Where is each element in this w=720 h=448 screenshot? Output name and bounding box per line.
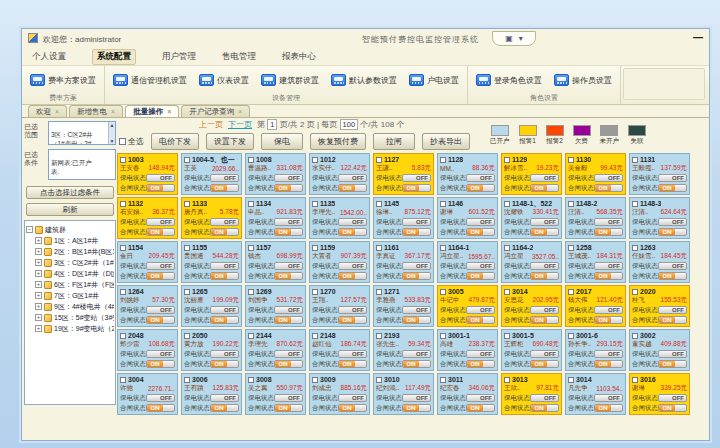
- baodian-off-switch[interactable]: OFF: [402, 350, 431, 358]
- style-switcher[interactable]: ▣ ▾: [492, 31, 536, 46]
- card-checkbox[interactable]: [248, 157, 254, 163]
- hezha-on-switch[interactable]: ON: [466, 316, 495, 324]
- tab-批量操作[interactable]: 批量操作×: [125, 105, 179, 117]
- tree-item[interactable]: +7区：G区1#井: [26, 290, 114, 301]
- card-checkbox[interactable]: [504, 289, 510, 295]
- meter-card[interactable]: 1135李理先..1542.00..保电状态OFF合闸状态ON: [309, 197, 370, 239]
- baodian-off-switch[interactable]: OFF: [658, 174, 687, 182]
- card-checkbox[interactable]: [376, 289, 382, 295]
- baodian-off-switch[interactable]: OFF: [146, 350, 175, 358]
- baodian-off-switch[interactable]: OFF: [146, 174, 175, 182]
- card-checkbox[interactable]: [440, 245, 446, 251]
- tree-item[interactable]: +1区：A区1#井: [26, 235, 114, 246]
- meter-card[interactable]: 3011纪宏春346.06元保电状态OFF合闸状态ON: [437, 373, 498, 415]
- hezha-on-switch[interactable]: ON: [274, 184, 303, 192]
- baodian-off-switch[interactable]: OFF: [274, 262, 303, 270]
- meter-card[interactable]: 3001-6孙长争..293.15元保电状态OFF合闸状态ON: [565, 329, 626, 371]
- hezha-on-switch[interactable]: ON: [146, 184, 175, 192]
- meter-card[interactable]: 1132石安娟..36.37元保电状态OFF合闸状态ON: [117, 197, 178, 239]
- expand-icon[interactable]: +: [35, 248, 42, 255]
- toolbar-button-拉闸[interactable]: 拉闸: [373, 133, 415, 150]
- page-number-box[interactable]: 100: [340, 119, 359, 130]
- baodian-off-switch[interactable]: OFF: [274, 394, 303, 402]
- meter-card[interactable]: 1148-1、522沈耀铁330.41元保电状态OFF合闸状态ON: [501, 197, 562, 239]
- tab-欢迎[interactable]: 欢迎×: [28, 105, 67, 117]
- tab-开户记录查询[interactable]: 开户记录查询×: [181, 105, 250, 117]
- card-checkbox[interactable]: [184, 377, 190, 383]
- card-checkbox[interactable]: [376, 157, 382, 163]
- hezha-on-switch[interactable]: ON: [658, 184, 687, 192]
- hezha-on-switch[interactable]: ON: [466, 404, 495, 412]
- card-checkbox[interactable]: [440, 333, 446, 339]
- baodian-off-switch[interactable]: OFF: [402, 262, 431, 270]
- card-checkbox[interactable]: [632, 245, 638, 251]
- expand-icon[interactable]: +: [35, 303, 42, 310]
- minimize-button[interactable]: —: [693, 32, 703, 43]
- meter-card[interactable]: 2020桂飞155.53元保电状态OFF合闸状态ON: [629, 285, 690, 327]
- tree-item[interactable]: +4区：D区1#井（D区1..: [26, 268, 114, 279]
- card-checkbox[interactable]: [248, 201, 254, 207]
- baodian-off-switch[interactable]: OFF: [274, 218, 303, 226]
- hezha-on-switch[interactable]: ON: [594, 404, 623, 412]
- hezha-on-switch[interactable]: ON: [274, 360, 303, 368]
- toolbar-button-设置下发[interactable]: 设置下发: [206, 133, 254, 150]
- baodian-off-switch[interactable]: OFF: [338, 218, 367, 226]
- card-checkbox[interactable]: [440, 201, 446, 207]
- meter-card[interactable]: 3013王欣..97.81元保电状态OFF合闸状态ON: [501, 373, 562, 415]
- hezha-on-switch[interactable]: ON: [402, 272, 431, 280]
- meter-card[interactable]: 3016谢琳339.25元保电状态OFF合闸状态ON: [629, 373, 690, 415]
- hezha-on-switch[interactable]: ON: [338, 272, 367, 280]
- baodian-off-switch[interactable]: OFF: [338, 262, 367, 270]
- baodian-off-switch[interactable]: OFF: [274, 174, 303, 182]
- close-icon[interactable]: ×: [55, 108, 59, 115]
- meter-card[interactable]: 1008曹温路..331.08元保电状态OFF合闸状态ON: [245, 153, 306, 195]
- meter-card[interactable]: 2050黄方放190.22元保电状态OFF合闸状态ON: [181, 329, 242, 371]
- meter-card[interactable]: 1148-2汪清..568.35元保电状态OFF合闸状态ON: [565, 197, 626, 239]
- baodian-off-switch[interactable]: OFF: [594, 262, 623, 270]
- baodian-off-switch[interactable]: OFF: [210, 306, 239, 314]
- hezha-on-switch[interactable]: ON: [658, 272, 687, 280]
- hezha-on-switch[interactable]: ON: [530, 184, 559, 192]
- meter-card[interactable]: 1269刘国争531.72元保电状态OFF合闸状态ON: [245, 285, 306, 327]
- card-checkbox[interactable]: [248, 245, 254, 251]
- hezha-on-switch[interactable]: ON: [402, 184, 431, 192]
- baodian-off-switch[interactable]: OFF: [658, 306, 687, 314]
- meter-card[interactable]: 1133唐丹真..5.78元保电状态OFF合闸状态ON: [181, 197, 242, 239]
- meter-card[interactable]: 1127王謙..5.83元保电状态OFF合闸状态ON: [373, 153, 434, 195]
- hezha-on-switch[interactable]: ON: [146, 228, 175, 236]
- hezha-on-switch[interactable]: ON: [146, 404, 175, 412]
- meter-card[interactable]: 1131王毅霞..137.59元保电状态OFF合闸状态ON: [629, 153, 690, 195]
- card-checkbox[interactable]: [184, 157, 190, 163]
- hezha-on-switch[interactable]: ON: [594, 360, 623, 368]
- layout-icon[interactable]: ▣: [505, 34, 513, 43]
- baodian-off-switch[interactable]: OFF: [594, 174, 623, 182]
- tree-item[interactable]: +2区：B区1#井(B区1#..: [26, 246, 114, 257]
- hezha-on-switch[interactable]: ON: [210, 316, 239, 324]
- hezha-on-switch[interactable]: ON: [146, 360, 175, 368]
- hezha-on-switch[interactable]: ON: [466, 184, 495, 192]
- baodian-off-switch[interactable]: OFF: [210, 394, 239, 402]
- chevron-down-icon[interactable]: ▾: [519, 34, 523, 43]
- meter-card[interactable]: 1154金日209.45元保电状态OFF合闸状态ON: [117, 241, 178, 283]
- meter-card[interactable]: 1161李真证367.17元保电状态OFF合闸状态ON: [373, 241, 434, 283]
- card-checkbox[interactable]: [632, 289, 638, 295]
- selected-range-list[interactable]: 3区：C区2#井 （1#变电：2# 变电：C区1# ▲▼: [48, 121, 116, 145]
- meter-card[interactable]: 2048郑少雷108.68元保电状态OFF合闸状态ON: [117, 329, 178, 371]
- baodian-off-switch[interactable]: OFF: [594, 350, 623, 358]
- expand-icon[interactable]: +: [35, 314, 42, 321]
- hezha-on-switch[interactable]: ON: [210, 404, 239, 412]
- ribbon-button-默认参数设置[interactable]: 默认参数设置: [331, 69, 397, 86]
- hezha-on-switch[interactable]: ON: [658, 316, 687, 324]
- hezha-on-switch[interactable]: ON: [338, 184, 367, 192]
- meter-card[interactable]: 1271李雅燕533.83元保电状态OFF合闸状态ON: [373, 285, 434, 327]
- ribbon-button-户电设置[interactable]: 户电设置: [409, 69, 459, 86]
- expand-icon[interactable]: +: [35, 237, 42, 244]
- card-checkbox[interactable]: [312, 201, 318, 207]
- menu-item-售电管理[interactable]: 售电管理: [222, 51, 256, 63]
- meter-card[interactable]: 3002童实越409.88元保电状态OFF合闸状态ON: [629, 329, 690, 371]
- hezha-on-switch[interactable]: ON: [402, 360, 431, 368]
- collapse-icon[interactable]: −: [26, 226, 33, 233]
- baodian-off-switch[interactable]: OFF: [466, 350, 495, 358]
- meter-card[interactable]: 1012水实仔..122.42元保电状态OFF合闸状态ON: [309, 153, 370, 195]
- card-checkbox[interactable]: [120, 157, 126, 163]
